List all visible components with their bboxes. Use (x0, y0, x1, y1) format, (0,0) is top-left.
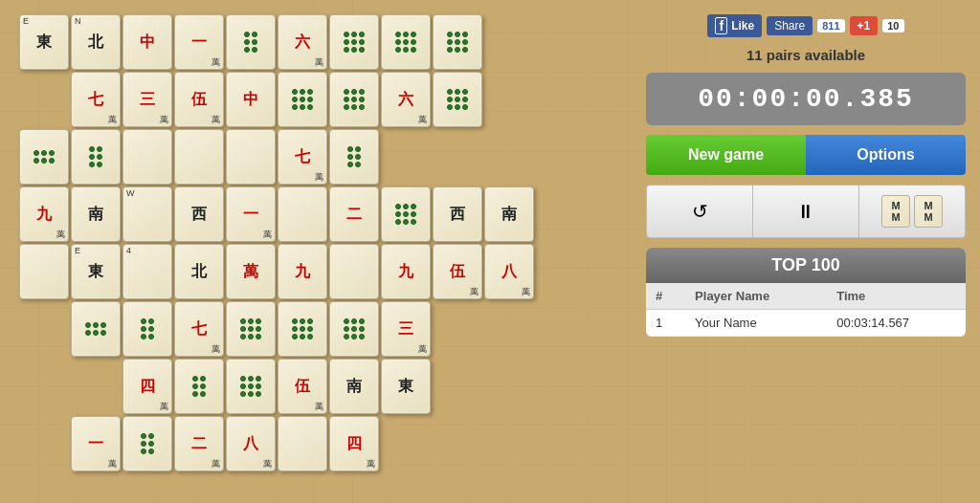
dot (252, 47, 257, 53)
dot (148, 334, 154, 339)
tile-main-char: 西 (450, 207, 465, 222)
tile[interactable]: 九 (381, 244, 431, 299)
tile[interactable] (174, 359, 224, 414)
tile[interactable] (278, 186, 327, 242)
tile-dots (141, 433, 155, 455)
dot (141, 326, 146, 332)
tile[interactable] (433, 72, 482, 127)
tile[interactable]: N北 (71, 14, 121, 70)
dot (351, 32, 357, 37)
tile[interactable]: 九 (278, 244, 327, 299)
dot (344, 318, 349, 324)
tile[interactable] (71, 301, 121, 357)
tile-main-char: 東 (398, 379, 413, 394)
dot (347, 162, 353, 167)
tile[interactable]: 南 (329, 359, 379, 414)
dot (300, 97, 305, 102)
gplus-count: 10 (882, 19, 903, 33)
tile[interactable]: 八萬 (484, 244, 534, 299)
tile[interactable] (174, 129, 224, 185)
undo-button[interactable]: ↺ (646, 185, 753, 238)
tile[interactable] (329, 301, 379, 357)
tile[interactable]: 六萬 (278, 14, 327, 70)
tile[interactable]: E東 (71, 244, 121, 299)
pause-icon: ⏸ (796, 201, 815, 223)
dot (347, 146, 353, 152)
tile-dots (395, 32, 417, 54)
tile[interactable]: 一萬 (226, 186, 276, 242)
tile[interactable]: 4 (122, 244, 172, 299)
dot (344, 32, 349, 37)
dot (240, 391, 246, 397)
options-button[interactable]: Options (806, 135, 966, 175)
tile-main-char: 七 (191, 321, 207, 337)
tile[interactable] (19, 129, 69, 185)
facebook-share-button[interactable]: Share (767, 16, 813, 35)
tile[interactable]: 二 (329, 186, 379, 242)
tile[interactable] (226, 301, 276, 357)
tile[interactable]: 一萬 (71, 416, 121, 471)
dot (240, 318, 246, 324)
tile[interactable]: 北 (174, 244, 224, 299)
tile[interactable] (71, 129, 121, 185)
tile[interactable] (122, 416, 172, 471)
tile[interactable]: 三萬 (122, 72, 172, 127)
tile[interactable] (278, 416, 327, 471)
tile[interactable] (122, 129, 172, 185)
dot (307, 97, 313, 102)
tile[interactable]: 四萬 (122, 359, 172, 414)
tile[interactable] (329, 14, 379, 70)
tile[interactable]: 中 (122, 14, 172, 70)
tile[interactable] (329, 244, 379, 299)
tile[interactable] (226, 359, 276, 414)
tile[interactable] (433, 14, 482, 70)
tile[interactable]: 萬 (226, 244, 276, 299)
tile[interactable] (381, 186, 431, 242)
shuffle-button[interactable]: MM MM (858, 185, 966, 238)
dot (141, 448, 146, 454)
google-plus-button[interactable]: +1 (850, 16, 879, 35)
tile[interactable]: 一萬 (174, 14, 224, 70)
tile[interactable]: 伍萬 (174, 72, 224, 127)
game-area: E東N北中一萬六萬七萬三萬伍萬中六萬七萬九萬南W西一萬二西南E東4北萬九九伍萬八… (0, 0, 632, 503)
tile[interactable]: 西 (174, 186, 224, 242)
tile[interactable]: 中 (226, 72, 276, 127)
tile[interactable] (329, 129, 379, 185)
pause-button[interactable]: ⏸ (753, 185, 858, 238)
tile[interactable]: 伍萬 (433, 244, 482, 299)
tile[interactable] (278, 301, 327, 357)
tile[interactable]: 南 (484, 186, 534, 242)
tile[interactable]: 六萬 (381, 72, 431, 127)
tile[interactable] (226, 14, 276, 70)
tile[interactable]: 四萬 (329, 416, 379, 471)
tile[interactable] (122, 301, 172, 357)
dot (256, 383, 261, 389)
tile[interactable]: 伍萬 (278, 359, 327, 414)
tile[interactable]: 東 (381, 359, 431, 414)
dot (351, 334, 357, 339)
tile[interactable]: 九萬 (19, 186, 69, 242)
tile[interactable]: E東 (19, 14, 69, 70)
dot (462, 97, 468, 102)
tile[interactable] (278, 72, 327, 127)
tile[interactable]: 二萬 (174, 416, 224, 471)
tile[interactable]: 西 (433, 186, 482, 242)
tile[interactable] (381, 14, 431, 70)
tile[interactable]: W (122, 186, 172, 242)
tile[interactable]: 八萬 (226, 416, 276, 471)
dot (395, 39, 401, 45)
tile[interactable]: 七萬 (278, 129, 327, 185)
tile-board: E東N北中一萬六萬七萬三萬伍萬中六萬七萬九萬南W西一萬二西南E東4北萬九九伍萬八… (0, 0, 632, 503)
share-label: Share (774, 19, 805, 33)
new-game-button[interactable]: New game (646, 135, 806, 175)
tile[interactable] (329, 72, 379, 127)
tile[interactable] (19, 244, 69, 299)
facebook-like-button[interactable]: f Like (707, 14, 762, 37)
tile[interactable] (226, 129, 276, 185)
tile[interactable]: 三萬 (381, 301, 431, 357)
tile[interactable]: 南 (71, 186, 121, 242)
tile-top-char: W (126, 189, 135, 198)
tile[interactable]: 七萬 (71, 72, 121, 127)
tile[interactable]: 七萬 (174, 301, 224, 357)
dot (89, 146, 95, 152)
